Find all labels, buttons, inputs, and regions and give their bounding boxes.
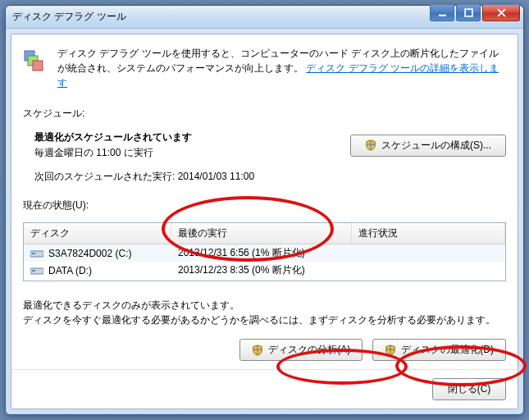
col-disk[interactable]: ディスク — [24, 223, 171, 244]
footer-line2: ディスクを今すぐ最適化する必要があるかどうかを調べるには、まずディスクを分析する… — [23, 313, 506, 327]
disk-name: DATA (D:) — [48, 265, 92, 276]
footer-line1: 最適化できるディスクのみが表示されています。 — [23, 298, 506, 313]
list-header: ディスク 最後の実行 進行状況 — [24, 223, 505, 244]
svg-rect-8 — [32, 270, 35, 272]
disk-progress — [352, 252, 505, 255]
optimize-button[interactable]: ディスクの最適化(D) — [372, 339, 506, 361]
bottom-row: 閉じる(C) — [11, 369, 518, 400]
schedule-section-label: スケジュール: — [23, 107, 506, 121]
window: ディスク デフラグ ツール ディスク デフラグ ツールを使 — [5, 5, 524, 415]
window-title: ディスク デフラグ ツール — [12, 10, 126, 24]
disk-progress — [352, 269, 505, 272]
svg-rect-6 — [32, 253, 35, 254]
status-section-label: 現在の状態(U): — [23, 199, 506, 212]
intro-text: ディスク デフラグ ツールを使用すると、コンピューターのハード ディスク上の断片… — [57, 46, 506, 90]
close-button[interactable] — [482, 5, 520, 21]
svg-rect-4 — [33, 61, 43, 71]
next-run: 次回のスケジュールされた実行: 2014/01/03 11:00 — [34, 170, 506, 184]
svg-rect-0 — [439, 15, 446, 16]
schedule-row: 最適化がスケジュールされています 毎週金曜日の 11:00 に実行 スケジュール… — [23, 130, 506, 160]
col-progress[interactable]: 進行状況 — [352, 223, 505, 244]
next-run-value: 2014/01/03 11:00 — [178, 171, 254, 182]
maximize-button[interactable] — [456, 5, 481, 21]
minimize-button[interactable] — [430, 5, 454, 21]
table-row[interactable]: S3A7824D002 (C:) 2013/12/31 6:56 (1% 断片化… — [24, 244, 505, 262]
close-label: 閉じる(C) — [448, 382, 491, 396]
schedule-headline: 最適化がスケジュールされています — [34, 131, 192, 143]
configure-schedule-button[interactable]: スケジュールの構成(S)... — [350, 135, 506, 157]
drive-icon — [30, 266, 43, 276]
intro: ディスク デフラグ ツールを使用すると、コンピューターのハード ディスク上の断片… — [23, 46, 506, 90]
analyze-label: ディスクの分析(A) — [268, 343, 350, 357]
shield-icon — [365, 139, 376, 151]
disk-list[interactable]: ディスク 最後の実行 進行状況 S3A7824D002 (C:) 2013/12… — [23, 222, 506, 281]
disk-name: S3A7824D002 (C:) — [48, 248, 131, 259]
disk-last: 2013/12/23 8:36 (0% 断片化) — [171, 279, 352, 281]
defrag-icon — [23, 46, 49, 72]
footer-note: 最適化できるディスクのみが表示されています。 ディスクを今すぐ最適化する必要があ… — [23, 298, 506, 327]
schedule-detail: 毎週金曜日の 11:00 に実行 — [34, 146, 192, 160]
svg-rect-1 — [465, 9, 472, 16]
configure-schedule-label: スケジュールの構成(S)... — [381, 139, 491, 153]
window-buttons — [428, 5, 520, 21]
status-section-text: 現在の状態(U): — [23, 199, 89, 211]
titlebar[interactable]: ディスク デフラグ ツール — [6, 6, 523, 29]
optimize-label: ディスクの最適化(D) — [401, 343, 494, 357]
close-dialog-button[interactable]: 閉じる(C) — [432, 378, 506, 400]
client-area: ディスク デフラグ ツールを使用すると、コンピューターのハード ディスク上の断片… — [11, 34, 518, 409]
table-row[interactable]: System 2013/12/23 8:36 (0% 断片化) — [24, 279, 505, 281]
next-run-label: 次回のスケジュールされた実行: — [34, 171, 178, 182]
drive-icon — [30, 249, 43, 258]
col-last[interactable]: 最後の実行 — [171, 223, 352, 244]
shield-icon — [252, 345, 263, 356]
analyze-button[interactable]: ディスクの分析(A) — [239, 339, 363, 361]
shield-icon — [385, 345, 396, 356]
button-row: ディスクの分析(A) ディスクの最適化(D) — [23, 339, 506, 361]
disk-last: 2013/12/23 8:35 (0% 断片化) — [171, 262, 352, 279]
disk-last: 2013/12/31 6:56 (1% 断片化) — [171, 244, 352, 262]
table-row[interactable]: DATA (D:) 2013/12/23 8:35 (0% 断片化) — [24, 262, 505, 279]
schedule-info: 最適化がスケジュールされています 毎週金曜日の 11:00 に実行 — [34, 130, 192, 160]
